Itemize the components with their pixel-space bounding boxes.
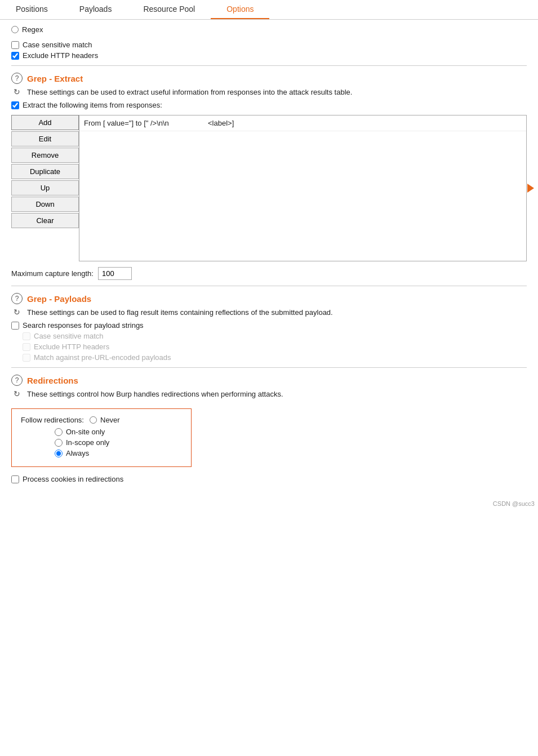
down-button[interactable]: Down	[11, 197, 79, 212]
process-cookies-checkbox[interactable]	[11, 475, 19, 483]
regex-radio[interactable]	[11, 26, 19, 33]
grep-payloads-header: ? Grep - Payloads	[11, 293, 527, 304]
process-cookies-row: Process cookies in redirections	[11, 475, 527, 483]
grep-extract-refresh-icon[interactable]: ↻	[11, 86, 23, 97]
payloads-match-preurl-checkbox[interactable]	[23, 354, 30, 362]
table-col1: From [ value="] to [" />\n\n	[84, 119, 208, 127]
content-area: Regex Case sensitive match Exclude HTTP …	[0, 20, 538, 497]
redirect-never-radio[interactable]	[90, 416, 97, 424]
watermark: CSDN @succ3	[0, 497, 538, 507]
payloads-match-preurl-row: Match against pre-URL-encoded payloads	[23, 353, 527, 362]
extract-checkbox[interactable]	[11, 101, 19, 109]
extract-checkbox-label: Extract the following items from respons…	[23, 101, 162, 109]
redirect-inscope-radio[interactable]	[55, 439, 63, 447]
redirect-always-radio[interactable]	[55, 450, 63, 457]
redirections-box: Follow redirections: Never On-site only …	[11, 408, 192, 467]
remove-button[interactable]: Remove	[11, 148, 79, 163]
tab-payloads[interactable]: Payloads	[64, 0, 128, 19]
grep-extract-buttons: Add Edit Remove Duplicate Up Down Clear	[11, 115, 79, 261]
divider-1	[11, 65, 527, 66]
case-sensitive-label: Case sensitive match	[23, 41, 92, 49]
redirect-onsite-label: On-site only	[66, 428, 105, 436]
redirect-never-label: Never	[100, 416, 120, 424]
redirect-inscope-label: In-scope only	[66, 438, 109, 447]
redirections-refresh-icon[interactable]: ↻	[11, 388, 23, 399]
exclude-http-checkbox[interactable]	[11, 52, 19, 60]
redirect-onsite-radio[interactable]	[55, 428, 63, 436]
grep-extract-refresh-row: ↻ These settings can be used to extract …	[11, 86, 527, 97]
grep-extract-desc: These settings can be used to extract us…	[27, 88, 352, 96]
capture-input[interactable]	[98, 267, 132, 280]
payloads-exclude-http-checkbox[interactable]	[23, 343, 30, 351]
grep-extract-table: From [ value="] to [" />\n\n <label>]	[79, 115, 527, 261]
tab-resource-pool[interactable]: Resource Pool	[127, 0, 211, 19]
grep-payloads-refresh-row: ↻ These settings can be used to flag res…	[11, 306, 527, 318]
divider-2	[11, 286, 527, 286]
redirect-always-row: Always	[55, 449, 182, 457]
edit-button[interactable]: Edit	[11, 131, 79, 146]
search-payloads-label: Search responses for payload strings	[23, 321, 144, 330]
grep-payloads-title: Grep - Payloads	[27, 294, 91, 304]
exclude-http-label: Exclude HTTP headers	[23, 51, 98, 60]
grep-extract-table-area: Add Edit Remove Duplicate Up Down Clear …	[11, 115, 527, 261]
add-button[interactable]: Add	[11, 115, 79, 130]
grep-extract-help-icon[interactable]: ?	[11, 73, 23, 84]
redirect-onsite-row: On-site only	[55, 428, 182, 436]
grep-payloads-desc: These settings can be used to flag resul…	[27, 308, 333, 317]
payloads-case-sensitive-checkbox[interactable]	[23, 332, 30, 340]
up-button[interactable]: Up	[11, 180, 79, 195]
payloads-exclude-http-label: Exclude HTTP headers	[34, 343, 109, 351]
payloads-case-sensitive-row: Case sensitive match	[23, 332, 527, 340]
regex-label: Regex	[22, 25, 43, 34]
payloads-match-preurl-label: Match against pre-URL-encoded payloads	[34, 353, 171, 362]
regex-row: Regex	[11, 20, 527, 38]
search-payloads-checkbox[interactable]	[11, 322, 19, 330]
redirections-header: ? Redirections	[11, 375, 527, 386]
table-arrow-right	[527, 184, 534, 193]
exclude-http-row: Exclude HTTP headers	[11, 51, 527, 60]
duplicate-button[interactable]: Duplicate	[11, 164, 79, 179]
redirect-inscope-row: In-scope only	[55, 438, 182, 447]
divider-3	[11, 367, 527, 368]
clear-button[interactable]: Clear	[11, 213, 79, 228]
redirections-refresh-row: ↻ These settings control how Burp handle…	[11, 388, 527, 399]
follow-redirections-label: Follow redirections:	[21, 416, 84, 424]
payloads-exclude-http-row: Exclude HTTP headers	[23, 343, 527, 351]
payloads-case-sensitive-label: Case sensitive match	[34, 332, 104, 340]
grep-extract-header: ? Grep - Extract	[11, 73, 527, 84]
case-sensitive-checkbox[interactable]	[11, 41, 19, 49]
table-row-1: From [ value="] to [" />\n\n <label>]	[79, 115, 526, 131]
search-payloads-row: Search responses for payload strings	[11, 321, 527, 330]
redirections-desc: These settings control how Burp handles …	[27, 390, 283, 398]
tab-bar: Positions Payloads Resource Pool Options	[0, 0, 538, 20]
capture-row: Maximum capture length:	[11, 267, 527, 280]
grep-extract-title: Grep - Extract	[27, 74, 83, 83]
capture-label: Maximum capture length:	[11, 269, 94, 278]
grep-payloads-help-icon[interactable]: ?	[11, 293, 23, 304]
tab-positions[interactable]: Positions	[0, 0, 64, 19]
table-col2: <label>]	[208, 119, 522, 127]
redirections-help-icon[interactable]: ?	[11, 375, 23, 386]
case-sensitive-row: Case sensitive match	[11, 41, 527, 49]
grep-payloads-refresh-icon[interactable]: ↻	[11, 306, 23, 318]
tab-options[interactable]: Options	[211, 0, 269, 19]
extract-checkbox-row: Extract the following items from respons…	[11, 101, 527, 109]
redirections-title: Redirections	[27, 376, 78, 385]
redirect-always-label: Always	[66, 449, 89, 457]
process-cookies-label: Process cookies in redirections	[23, 475, 123, 483]
